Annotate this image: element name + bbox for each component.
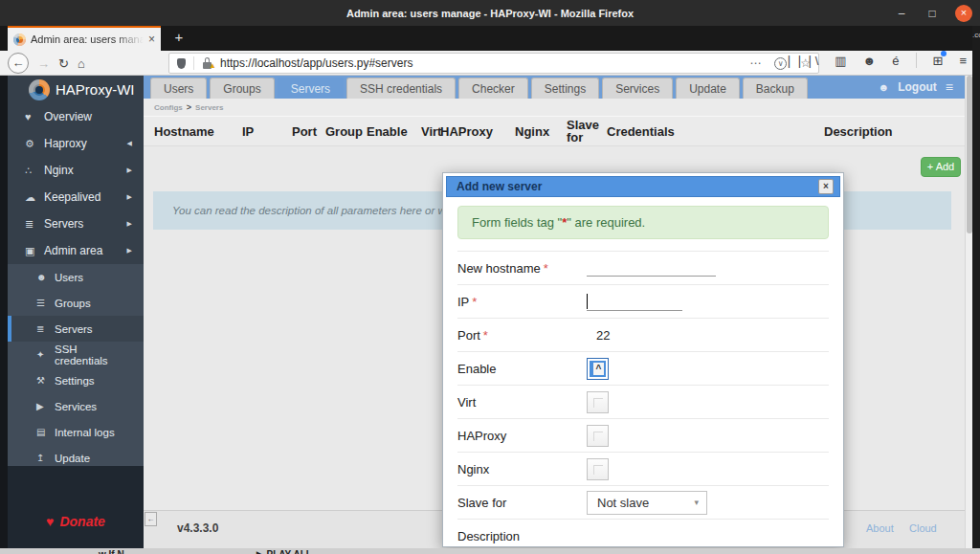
logout-button[interactable]: Logout [898,80,937,94]
sidebar-item-overview[interactable]: ♥ Overview [8,103,144,130]
sidebar-toggle-icon[interactable]: ▥ [835,54,846,68]
form-row-enable: Enable [457,351,829,385]
col-hostname: Hostname [154,124,214,139]
collapse-sidebar-button[interactable]: ← [145,512,157,526]
donate-label: Donate [59,514,104,529]
tab-close-icon[interactable]: × [148,33,155,46]
col-group: Group [325,124,363,139]
app-nav-bar: Users Groups Servers SSH credentials Che… [144,76,965,99]
tracking-shield-icon[interactable] [177,58,186,69]
maximize-icon[interactable]: □ [924,7,940,20]
slave-for-label: Slave for [457,496,572,510]
account-icon[interactable]: ☻ [863,54,877,68]
sidebar-item-label: Overview [44,110,92,123]
chevron-right-icon: ▶ [127,166,132,174]
breadcrumb-parent[interactable]: Configs [154,103,183,112]
form-row-ip: IP* [457,284,829,318]
ip-input[interactable] [587,294,682,311]
clipped-text-fragment: w If N [99,549,124,554]
menu-burger-icon[interactable]: ≡ [946,79,953,95]
haproxy-wi-logo-icon [29,79,50,100]
modal-header[interactable]: Add new server × [446,176,840,197]
port-value[interactable]: 22 [596,328,610,343]
lock-icon: ▣ [25,245,44,257]
form-row-port: Port* 22 [457,318,829,351]
about-link[interactable]: About [866,522,894,534]
modal-close-icon[interactable]: × [818,179,834,194]
form-row-slave-for: Slave for Not slave ▾ [457,485,829,519]
nginx-checkbox[interactable] [587,458,609,480]
url-divider [193,56,194,70]
submenu-item-groups[interactable]: ☰ Groups [8,290,144,316]
breadcrumb: Configs > Servers [144,99,965,116]
add-server-button[interactable]: + Add [921,157,961,177]
donate-link[interactable]: ♥Donate [8,514,144,529]
sidebar-item-haproxy[interactable]: ⚙ Haproxy ◀ [8,130,144,157]
reload-icon[interactable]: ↻ [58,56,69,71]
app-logo[interactable]: HAProxy-WI [8,76,144,103]
nav-buttons: ← → ↻ ⌂ [8,53,85,74]
haproxy-label: HAProxy [457,429,572,443]
sidebar-item-servers[interactable]: ≣ Servers ▶ [8,211,144,237]
col-nginx: Nginx [515,124,549,139]
tab-update[interactable]: Update [676,78,740,99]
submenu-item-ssh-credentials[interactable]: ✦ SSH credentials [8,342,144,367]
screen: Admin area: users manage - HAProxy-WI - … [0,0,980,554]
forward-icon[interactable]: → [37,56,50,71]
tab-groups[interactable]: Groups [210,78,274,99]
hamburger-menu-icon[interactable]: ≡ [959,54,967,68]
nginx-label: Nginx [457,462,572,476]
submenu-item-settings[interactable]: ⚒ Settings [8,367,144,393]
modal-title: Add new server [457,180,542,193]
tab-settings[interactable]: Settings [531,78,599,99]
lock-warning-icon[interactable]: ▲ [202,57,213,69]
ip-label: IP* [457,295,572,309]
enable-label: Enable [457,362,572,376]
tab-ssh-credentials[interactable]: SSH credentials [346,78,456,99]
submenu-item-internal-logs[interactable]: ▤ Internal logs [8,419,144,445]
haproxy-checkbox[interactable] [587,425,609,447]
enable-checkbox[interactable] [587,358,609,380]
extension-icon[interactable]: é [892,54,899,68]
submenu-item-servers[interactable]: ≣ Servers [8,316,144,342]
sidebar-item-keepalived[interactable]: ☁ Keepalived ▶ [8,184,144,211]
tab-services[interactable]: Services [602,78,673,99]
page-scrollbar[interactable] [965,76,972,548]
virt-checkbox[interactable] [587,391,609,413]
tab-users[interactable]: Users [150,78,207,99]
slave-for-value: Not slave [597,496,649,510]
tab-checker[interactable]: Checker [458,78,528,99]
minimize-icon[interactable]: – [894,7,909,20]
sidebar-item-label: Servers [44,217,83,231]
home-icon[interactable]: ⌂ [78,56,85,71]
required-fields-alert: Form fields tag "*" are required. [457,206,829,239]
scrollbar-thumb[interactable] [967,76,972,233]
submenu-item-services[interactable]: ▶ Services [8,393,144,419]
chevron-down-icon: ▾ [694,498,699,507]
library-icon[interactable]: ❘❘❘\ [784,54,818,68]
sidebar-item-nginx[interactable]: ∴ Nginx ▶ [8,157,144,184]
form-row-virt: Virt [457,385,829,418]
hostname-input[interactable] [587,259,716,277]
page-actions-icon[interactable]: ⋯ [749,56,761,70]
whats-new-gift-icon[interactable]: ⊞ [933,54,944,68]
description-label: Description [457,529,572,543]
url-text[interactable]: https://localhost/app/users.py#servers [220,56,412,70]
play-circle-icon: ▶ [36,401,55,411]
tab-servers[interactable]: Servers [278,78,344,99]
url-field[interactable]: ▲ https://localhost/app/users.py#servers… [168,53,819,74]
hostname-label: New hostname* [457,261,572,276]
browser-tab[interactable]: Admin area: users manag × [8,26,161,51]
back-icon[interactable]: ← [8,53,29,74]
toolbar-icons: ❘❘❘\ ▥ ☻ é ⊞ ≡ [784,53,967,68]
submenu-item-users[interactable]: ☻ Users [8,264,144,290]
sidebar-item-admin-area[interactable]: ▣ Admin area ▶ [8,237,144,264]
close-icon[interactable]: × [955,5,972,22]
cloud-link[interactable]: Cloud [909,522,937,534]
col-enable: Enable [367,124,408,139]
tab-backup[interactable]: Backup [743,78,808,99]
slave-for-select[interactable]: Not slave ▾ [587,491,707,515]
new-tab-button[interactable]: + [168,29,189,48]
nodes-icon: ⚙ [25,138,44,150]
cloud-icon: ☁ [25,191,44,204]
